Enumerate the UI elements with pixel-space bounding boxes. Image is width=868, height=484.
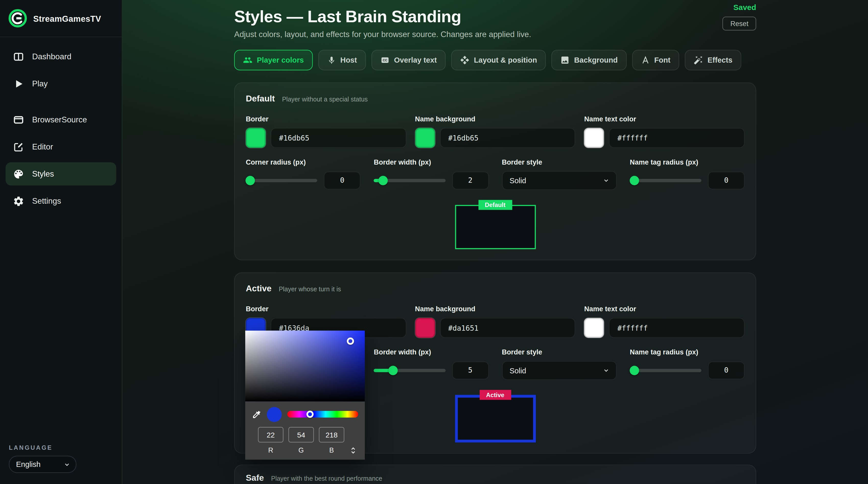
name-text-color-field: Name text color [584,115,745,148]
saturation-area[interactable] [245,331,365,401]
control-label: Name tag radius (px) [630,158,745,166]
name-tag-radius-control: Name tag radius (px) [630,158,745,190]
border-style-control: Border style Solid [502,158,616,190]
border-width-slider[interactable] [374,179,445,182]
chevron-down-icon [602,177,609,184]
name-text-color-swatch[interactable] [584,128,604,148]
slider-thumb[interactable] [630,176,639,185]
name-background-hex-input[interactable] [440,128,575,148]
sidebar-item-styles[interactable]: Styles [6,162,116,185]
name-tag-radius-slider[interactable] [630,368,702,372]
tab-effects[interactable]: Effects [685,50,741,70]
microphone-icon [327,56,336,65]
language-label: LANGUAGE [9,444,113,451]
sidebar-item-label: Settings [32,196,61,206]
tab-overlay-text[interactable]: CC Overlay text [371,50,446,70]
default-preview-box: Default [455,205,535,249]
border-field: Border [246,115,406,148]
tab-layout-position[interactable]: Layout & position [451,50,546,70]
name-text-hex-input[interactable] [609,318,745,338]
reset-button[interactable]: Reset [723,17,756,30]
screen: StreamGamesTV Dashboard Play [0,0,868,484]
tab-player-colors[interactable]: Player colors [234,50,313,70]
sidebar-item-dashboard[interactable]: Dashboard [6,45,116,68]
tab-host[interactable]: Host [318,50,366,70]
format-toggle-chevrons-icon[interactable] [350,447,356,454]
name-tag-radius-value[interactable] [708,361,745,379]
color-fields: Border Name background [246,115,745,148]
page-subtitle: Adjust colors, layout, and effects for y… [234,30,756,39]
card-subtitle: Player with the best round performance [271,475,382,482]
green-label: G [288,447,314,454]
move-icon [460,56,469,65]
green-input[interactable] [288,427,314,443]
font-icon [641,56,650,65]
field-label: Border [246,305,406,313]
current-color-swatch [267,407,282,422]
tab-label: Effects [708,56,733,64]
hue-slider-thumb[interactable] [306,411,313,418]
brand-name: StreamGamesTV [33,13,101,23]
page-title: Styles — Last Brain Standing [234,7,756,26]
wand-icon [694,56,703,65]
svg-text:CC: CC [383,59,387,62]
sidebar-item-play[interactable]: Play [6,72,116,95]
play-icon [13,78,25,89]
border-width-value[interactable] [452,172,488,189]
corner-radius-value[interactable] [324,172,361,189]
image-icon [560,56,570,65]
nav-spacer [6,99,116,104]
brand: StreamGamesTV [0,0,122,37]
gear-icon [13,195,25,207]
app-window: StreamGamesTV Dashboard Play [0,0,868,484]
slider-thumb[interactable] [389,365,398,375]
active-style-card: Active Player whose turn it is Border Na… [234,272,756,454]
editor-icon [13,141,25,153]
tab-font[interactable]: Font [632,50,680,70]
sidebar-item-editor[interactable]: Editor [6,135,116,158]
field-label: Name text color [584,115,745,123]
hue-slider[interactable] [287,411,358,418]
control-label: Corner radius (px) [246,158,361,166]
sidebar-item-browsersource[interactable]: BrowserSource [6,108,116,131]
sidebar-item-label: Play [32,79,48,88]
sidebar-item-label: Editor [32,142,53,151]
sidebar-item-label: Dashboard [32,52,71,61]
default-style-card: Default Player without a special status … [234,83,756,261]
card-title: Active [246,284,272,294]
name-background-color-swatch[interactable] [415,128,435,148]
name-background-color-swatch[interactable] [415,318,435,338]
slider-thumb[interactable] [246,176,255,185]
border-width-value[interactable] [452,361,488,379]
control-label: Border width (px) [374,158,488,166]
tab-label: Overlay text [394,56,437,64]
border-style-select[interactable]: Solid [502,171,616,190]
border-width-slider[interactable] [374,368,445,372]
tab-label: Font [654,56,670,64]
name-text-color-swatch[interactable] [584,318,604,338]
sidebar-nav: Dashboard Play BrowserSource [0,37,122,444]
tab-background[interactable]: Background [552,50,627,70]
saturation-selector[interactable] [347,338,354,345]
name-tag-radius-control: Name tag radius (px) [630,348,745,380]
corner-radius-slider[interactable] [246,179,317,182]
name-tag-radius-slider[interactable] [630,179,702,182]
active-preview-name-tag: Active [479,390,511,400]
cc-icon: CC [380,56,390,65]
users-icon [243,56,252,65]
safe-style-card: Safe Player with the best round performa… [234,464,756,484]
border-style-select[interactable]: Solid [502,361,616,380]
name-text-hex-input[interactable] [609,128,745,148]
name-background-hex-input[interactable] [440,318,575,338]
blue-input[interactable] [319,427,344,443]
eyedropper-icon[interactable] [252,410,261,419]
red-input[interactable] [258,427,283,443]
name-tag-radius-value[interactable] [708,172,745,189]
slider-thumb[interactable] [630,365,639,375]
border-color-swatch[interactable] [246,128,266,148]
border-style-control: Border style Solid [502,348,616,380]
border-hex-input[interactable] [271,128,406,148]
slider-thumb[interactable] [378,176,388,185]
sidebar-item-settings[interactable]: Settings [6,189,116,213]
language-select[interactable]: English [9,456,76,473]
